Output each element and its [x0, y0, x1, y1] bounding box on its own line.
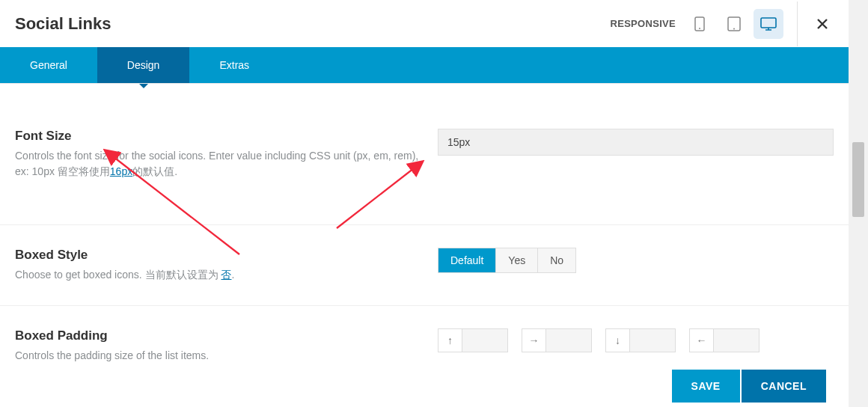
- fontsize-desc: Controls the font size for the social ic…: [15, 148, 423, 180]
- padding-top-input[interactable]: [462, 329, 507, 352]
- padding-right-input[interactable]: [546, 329, 591, 352]
- tabbar: General Design Extras: [0, 47, 849, 83]
- tablet-icon: [727, 16, 741, 31]
- divider: [797, 1, 798, 46]
- arrow-left-icon: ←: [690, 329, 714, 352]
- boxed-option-no[interactable]: No: [538, 248, 575, 272]
- tab-extras[interactable]: Extras: [189, 47, 279, 83]
- cancel-button[interactable]: CANCEL: [742, 370, 826, 403]
- boxed-option-yes[interactable]: Yes: [496, 248, 538, 272]
- padding-left-input[interactable]: [714, 329, 759, 352]
- fontsize-input[interactable]: [438, 129, 834, 156]
- padding-desc: Controls the padding size of the list it…: [15, 348, 423, 364]
- responsive-tablet-button[interactable]: [719, 9, 749, 39]
- fontsize-title: Font Size: [15, 129, 423, 144]
- responsive-desktop-button[interactable]: [754, 9, 783, 39]
- page-title: Social Links: [15, 14, 111, 34]
- arrow-right-icon: →: [522, 329, 546, 352]
- scrollbar-thumb[interactable]: [852, 142, 864, 217]
- mobile-icon: [694, 16, 705, 31]
- boxed-desc-post: .: [231, 269, 234, 281]
- svg-rect-4: [761, 18, 776, 28]
- boxed-desc: Choose to get boxed icons. 当前默认设置为 否.: [15, 267, 423, 283]
- fontsize-desc-post: 的默认值.: [132, 165, 177, 177]
- responsive-mobile-button[interactable]: [685, 9, 715, 39]
- boxed-title: Boxed Style: [15, 248, 423, 263]
- svg-point-3: [733, 28, 735, 29]
- responsive-label: RESPONSIVE: [610, 18, 676, 29]
- padding-bottom-input[interactable]: [630, 329, 675, 352]
- boxed-option-default[interactable]: Default: [438, 248, 496, 272]
- boxed-segment: Default Yes No: [438, 248, 576, 273]
- desktop-icon: [760, 17, 777, 31]
- fontsize-default-link[interactable]: 16px: [110, 165, 132, 177]
- tab-design[interactable]: Design: [97, 47, 190, 83]
- fontsize-desc-pre: Controls the font size for the social ic…: [15, 150, 418, 177]
- padding-title: Boxed Padding: [15, 328, 423, 343]
- boxed-default-link[interactable]: 否: [221, 269, 231, 281]
- arrow-down-icon: ↓: [606, 329, 630, 352]
- content-scroll[interactable]: Font Size Controls the font size for the…: [0, 83, 849, 365]
- tab-general[interactable]: General: [0, 47, 97, 83]
- boxed-desc-pre: Choose to get boxed icons. 当前默认设置为: [15, 269, 221, 281]
- close-button[interactable]: [811, 13, 834, 35]
- save-button[interactable]: SAVE: [672, 370, 740, 403]
- close-icon: [816, 18, 828, 30]
- svg-point-1: [699, 28, 700, 29]
- page-scrollbar[interactable]: [849, 0, 868, 407]
- arrow-up-icon: ↑: [438, 329, 462, 352]
